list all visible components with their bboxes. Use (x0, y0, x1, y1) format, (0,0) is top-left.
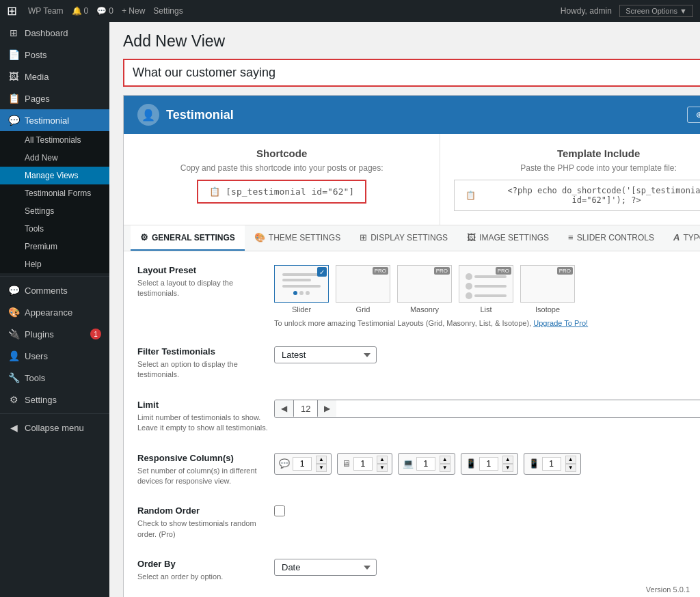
random-order-checkbox[interactable] (274, 505, 285, 516)
upgrade-notice: To unlock more amazing Testimonial Layou… (274, 319, 700, 327)
col-chat-up[interactable]: ▲ (316, 456, 327, 464)
responsive-col-desktop-input[interactable] (353, 457, 373, 471)
limit-desc: Limit number of testimonials to show. Le… (137, 413, 274, 434)
sidebar-label-users: Users (25, 351, 48, 361)
view-name-input[interactable] (124, 60, 700, 85)
shortcode-box[interactable]: 📋 [sp_testimonial id="62"] (197, 180, 366, 204)
random-order-label: Random Order (137, 505, 274, 516)
testimonial-header-title: Testimonial (166, 108, 234, 122)
template-col: Template Include Paste the PHP code into… (440, 134, 700, 225)
preset-isotope[interactable]: PRO (520, 265, 575, 314)
sidebar-item-settings[interactable]: ⚙ Settings (0, 389, 109, 411)
template-subtitle: Paste the PHP code into your template fi… (454, 163, 700, 173)
tab-slider[interactable]: ≡ SLIDER CONTROLS (558, 225, 664, 251)
col-laptop-up[interactable]: ▲ (440, 456, 450, 464)
layout-preset-row: Layout Preset Select a layout to display… (137, 265, 700, 327)
testimonial-submenu: All Testimonials Add New Manage Views Te… (0, 131, 109, 273)
notifications-item[interactable]: 🔔 0 (72, 6, 89, 16)
sidebar-item-all-testimonials[interactable]: All Testimonials (0, 131, 109, 149)
responsive-col-laptop-input[interactable] (416, 457, 435, 471)
shortcode-copy-icon: 📋 (209, 186, 220, 197)
sidebar-item-media[interactable]: 🖼 Media (0, 66, 109, 87)
new-item[interactable]: + New (122, 6, 145, 16)
settings-item[interactable]: Settings (153, 6, 183, 16)
col-desktop-up[interactable]: ▲ (377, 456, 388, 464)
tabs-row: ⚙ GENERAL SETTINGS 🎨 THEME SETTINGS ⊞ DI… (124, 225, 700, 251)
mobile-icon: 📱 (528, 458, 539, 469)
sidebar-item-collapse[interactable]: ◀ Collapse menu (0, 417, 109, 439)
random-order-desc: Check to show testimonials random order.… (137, 518, 274, 540)
shortcode-code: [sp_testimonial id="62"] (226, 186, 354, 197)
sidebar-item-tools[interactable]: 🔧 Tools (0, 367, 109, 389)
theme-tab-label: THEME SETTINGS (269, 233, 340, 242)
limit-increment-btn[interactable]: ▶ (317, 400, 336, 417)
preset-grid[interactable]: PRO (336, 265, 390, 314)
sidebar-label-posts: Posts (25, 50, 47, 60)
upgrade-link[interactable]: Upgrade To Pro! (533, 319, 588, 327)
comments-item[interactable]: 💬 0 (96, 6, 113, 16)
responsive-col-tablet-input[interactable] (479, 457, 498, 471)
tab-theme[interactable]: 🎨 THEME SETTINGS (245, 225, 350, 251)
sidebar-item-plugins[interactable]: 🔌 Plugins 1 (0, 323, 109, 345)
theme-tab-icon: 🎨 (254, 232, 265, 242)
responsive-col-mobile-input[interactable] (542, 457, 561, 471)
comments-icon: 💬 (8, 285, 19, 296)
col-mobile-down[interactable]: ▼ (565, 464, 576, 472)
page-title: Add New View (123, 32, 700, 51)
sidebar-item-pages[interactable]: 📋 Pages (0, 87, 109, 109)
col-mobile-up[interactable]: ▲ (565, 456, 576, 464)
sidebar-item-users[interactable]: 👤 Users (0, 345, 109, 367)
shortcode-template-row: Shortcode Copy and paste this shortcode … (124, 134, 700, 225)
limit-decrement-btn[interactable]: ◀ (275, 400, 294, 417)
tab-display[interactable]: ⊞ DISPLAY SETTINGS (350, 225, 457, 251)
wp-team-item[interactable]: WP Team (28, 6, 64, 16)
testimonial-header-icon: 👤 (137, 104, 159, 126)
template-code: <?php echo do_shortcode('[sp_testimonial… (481, 186, 700, 205)
sidebar-label-settings: Settings (25, 395, 57, 405)
tab-general[interactable]: ⚙ GENERAL SETTINGS (131, 225, 245, 251)
support-button[interactable]: ⊕ Support (687, 107, 700, 123)
wp-logo-icon: ⊞ (7, 3, 17, 18)
slider-tab-icon: ≡ (568, 232, 574, 242)
sidebar-item-premium[interactable]: Premium (0, 238, 109, 255)
sidebar-label-pages: Pages (25, 94, 50, 104)
filter-testimonials-desc: Select an option to display the testimon… (137, 359, 274, 380)
sidebar-item-posts[interactable]: 📄 Posts (0, 44, 109, 66)
sidebar-item-manage-views[interactable]: Manage Views (0, 167, 109, 184)
screen-options-btn[interactable]: Screen Options ▼ (619, 5, 693, 17)
order-by-select[interactable]: Date Title Random (274, 559, 377, 576)
tab-typography[interactable]: A TYPOGRAPHY (664, 225, 700, 251)
col-chat-down[interactable]: ▼ (316, 464, 327, 472)
preset-slider[interactable]: ✓ (274, 265, 329, 314)
col-desktop-down[interactable]: ▼ (377, 464, 388, 472)
sidebar-item-add-new[interactable]: Add New (0, 149, 109, 167)
sidebar-item-settings-sub[interactable]: Settings (0, 202, 109, 220)
col-tablet-down[interactable]: ▼ (502, 464, 513, 472)
display-tab-icon: ⊞ (360, 232, 367, 242)
responsive-columns-label: Responsive Column(s) (137, 453, 274, 463)
sidebar-item-testimonial[interactable]: 💬 Testimonial (0, 109, 109, 131)
filter-testimonials-select[interactable]: Latest Oldest Random (274, 346, 377, 363)
sidebar-label-testimonial: Testimonial (25, 115, 69, 126)
chat-icon: 💬 (279, 458, 290, 469)
slider-label: Slider (274, 305, 329, 314)
responsive-col-chat-input[interactable] (293, 457, 312, 471)
sidebar-item-comments[interactable]: 💬 Comments (0, 279, 109, 301)
sidebar-item-appearance[interactable]: 🎨 Appearance (0, 301, 109, 323)
preset-masonry[interactable]: PRO (397, 265, 452, 314)
sidebar-item-tools-sub[interactable]: Tools (0, 220, 109, 238)
col-laptop-down[interactable]: ▼ (440, 464, 450, 472)
tools-icon: 🔧 (8, 372, 19, 383)
testimonial-icon: 💬 (8, 115, 19, 126)
general-tab-icon: ⚙ (140, 232, 148, 242)
laptop-icon: 💻 (403, 458, 414, 469)
preset-list[interactable]: PRO (459, 265, 513, 314)
premium-label: Premium (25, 242, 57, 251)
col-tablet-up[interactable]: ▲ (502, 456, 513, 464)
sidebar-item-testimonial-forms[interactable]: Testimonial Forms (0, 184, 109, 202)
all-testimonials-label: All Testimonials (25, 135, 81, 145)
tab-image[interactable]: 🖼 IMAGE SETTINGS (457, 225, 558, 251)
sidebar-item-dashboard[interactable]: ⊞ Dashboard (0, 22, 109, 44)
template-box[interactable]: 📋 <?php echo do_shortcode('[sp_testimoni… (454, 180, 700, 211)
sidebar-item-help[interactable]: Help (0, 255, 109, 273)
